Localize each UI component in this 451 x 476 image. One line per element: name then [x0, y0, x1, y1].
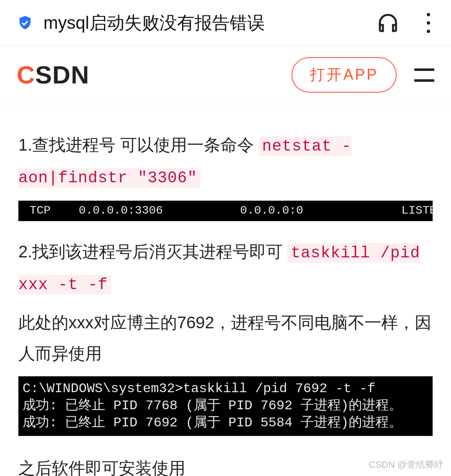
logo-letter-c: C	[17, 61, 35, 89]
hamburger-menu-icon[interactable]	[414, 68, 434, 82]
browser-topbar: mysql启动失败没有报告错误	[0, 0, 451, 46]
page-title: mysql启动失败没有报告错误	[43, 11, 366, 35]
article-body: 1.查找进程号 可以使用一条命令 netstat -aon|findstr "3…	[0, 104, 451, 476]
kebab-menu-icon[interactable]	[427, 13, 430, 33]
p2-text: 2.找到该进程号后消灭其进程号即可	[18, 242, 287, 261]
paragraph-2: 2.找到该进程号后消灭其进程号即可 taskkill /pid xxx -t -…	[18, 236, 433, 300]
open-app-button[interactable]: 打开APP	[291, 57, 397, 93]
paragraph-2-post: 此处的xxx对应博主的7692，进程号不同电脑不一样，因人而异使用	[18, 307, 433, 369]
site-header: CSDN 打开APP	[0, 46, 451, 104]
paragraph-1: 1.查找进程号 可以使用一条命令 netstat -aon|findstr "3…	[18, 129, 433, 193]
terminal-output-1: TCP 0.0.0.0:3306 0.0.0.0:0 LISTENING 769…	[18, 201, 433, 221]
shield-check-icon	[17, 14, 33, 32]
logo-rest: SDN	[35, 61, 89, 89]
headphones-icon[interactable]	[376, 11, 400, 35]
csdn-logo[interactable]: CSDN	[17, 60, 89, 89]
terminal-output-2: C:\WINDOWS\system32>taskkill /pid 7692 -…	[18, 376, 433, 436]
p1-text: 1.查找进程号 可以使用一条命令	[18, 136, 259, 154]
watermark: CSDN @壹纸卿紓	[369, 458, 443, 471]
